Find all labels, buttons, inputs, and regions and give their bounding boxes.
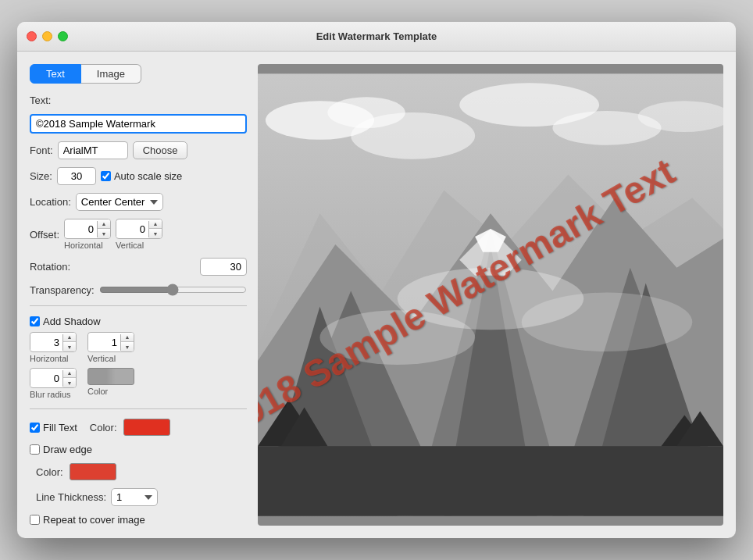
shadow-v-col: ▲ ▼ Vertical [87, 332, 134, 363]
repeat-row: Repeat to cover image [30, 514, 247, 526]
font-row: Font: Choose [30, 141, 247, 159]
blur-label: Blur radius [30, 390, 71, 399]
auto-scale-label: Auto scale size [101, 170, 182, 182]
transparency-label: Transparency: [30, 284, 95, 296]
offset-v-stepper: ▲ ▼ [116, 219, 162, 239]
blur-stepper: ▲ ▼ [30, 368, 77, 388]
line-thickness-select[interactable]: 1 2 3 [111, 488, 158, 506]
size-row: Size: Auto scale size [30, 167, 247, 185]
repeat-label: Repeat to cover image [30, 514, 145, 526]
rotation-row: Rotation: [30, 258, 247, 276]
location-row: Location: Center Center Top Left Top Rig… [30, 193, 247, 211]
shadow-v-up[interactable]: ▲ [121, 333, 134, 342]
shadow-v-down[interactable]: ▼ [121, 342, 134, 351]
blur-color-row: ▲ ▼ Blur radius Color [30, 368, 247, 399]
add-shadow-label: Add Shadow [30, 316, 247, 327]
window-content: Text Image Text: Font: Choose Size: [17, 52, 736, 538]
text-row: Text: [30, 95, 247, 106]
offset-h-col: ▲ ▼ Horizontal [64, 219, 111, 250]
shadow-h-stepper: ▲ ▼ [30, 332, 77, 352]
shadow-h-up[interactable]: ▲ [63, 333, 76, 342]
text-label: Text: [30, 95, 51, 106]
close-button[interactable] [27, 31, 37, 41]
svg-point-19 [522, 293, 693, 351]
fill-text-label: Fill Text [30, 422, 77, 433]
left-panel: Text Image Text: Font: Choose Size: [30, 64, 247, 526]
blur-arrows: ▲ ▼ [63, 369, 76, 387]
repeat-checkbox[interactable] [30, 515, 40, 525]
shadow-h-input[interactable] [30, 334, 63, 351]
fill-color-label: Color: [90, 422, 117, 433]
main-window: Edit Watermark Template Text Image Text:… [17, 22, 736, 538]
shadow-color-label: Color [87, 387, 108, 396]
shadow-h-arrows: ▲ ▼ [63, 333, 76, 351]
text-input[interactable] [30, 114, 247, 134]
rotation-label: Rotation: [30, 261, 70, 273]
offset-section: Offset: ▲ ▼ Horizontal [30, 219, 247, 250]
svg-point-3 [351, 112, 475, 159]
offset-v-input[interactable] [116, 221, 149, 237]
edge-color-swatch[interactable] [70, 463, 116, 480]
offset-h-label: Horizontal [64, 241, 103, 250]
svg-rect-20 [258, 446, 723, 515]
edge-color-label: Color: [36, 466, 63, 478]
shadow-v-input[interactable] [88, 334, 121, 351]
text-input-row [30, 114, 247, 134]
blur-input[interactable] [30, 370, 63, 387]
divider-1 [30, 305, 247, 306]
offset-label: Offset: [30, 229, 59, 241]
tab-bar: Text Image [30, 64, 247, 84]
preview-panel: ©2018 Sample Watermark Text [258, 64, 723, 526]
location-select[interactable]: Center Center Top Left Top Right Bottom … [76, 193, 163, 211]
blur-col: ▲ ▼ Blur radius [30, 368, 77, 399]
rotation-input[interactable] [200, 258, 247, 276]
offset-h-input[interactable] [65, 221, 98, 237]
font-input[interactable] [58, 141, 128, 159]
fill-text-row: Fill Text Color: [30, 419, 247, 436]
shadow-color-col: Color [87, 368, 134, 396]
transparency-row: Transparency: [30, 284, 247, 296]
transparency-slider[interactable] [99, 284, 247, 296]
offset-h-arrows: ▲ ▼ [98, 219, 110, 238]
shadow-h-label: Horizontal [30, 354, 69, 363]
edge-color-row: Color: [30, 463, 247, 480]
shadow-h-down[interactable]: ▼ [63, 342, 76, 351]
shadow-inputs-row: ▲ ▼ Horizontal ▲ ▼ [30, 332, 247, 363]
offset-h-down[interactable]: ▼ [98, 229, 110, 238]
shadow-h-col: ▲ ▼ Horizontal [30, 332, 77, 363]
add-shadow-checkbox[interactable] [30, 316, 40, 326]
divider-2 [30, 408, 247, 409]
font-label: Font: [30, 144, 53, 156]
offset-h-up[interactable]: ▲ [98, 219, 110, 229]
svg-point-18 [319, 310, 475, 365]
preview-image: ©2018 Sample Watermark Text [258, 64, 723, 526]
tab-image[interactable]: Image [81, 64, 141, 84]
shadow-section: Add Shadow ▲ ▼ Horizontal [30, 316, 247, 399]
auto-scale-checkbox[interactable] [101, 171, 111, 181]
offset-v-arrows: ▲ ▼ [149, 219, 162, 238]
shadow-v-stepper: ▲ ▼ [87, 332, 134, 352]
offset-v-down[interactable]: ▼ [149, 229, 162, 238]
draw-edge-row: Draw edge [30, 444, 247, 455]
minimize-button[interactable] [42, 31, 52, 41]
blur-down[interactable]: ▼ [63, 378, 76, 387]
line-thickness-row: Line Thickness: 1 2 3 [30, 488, 247, 506]
blur-up[interactable]: ▲ [63, 369, 76, 378]
maximize-button[interactable] [58, 31, 68, 41]
window-title: Edit Watermark Template [316, 30, 437, 42]
traffic-lights [27, 31, 68, 41]
draw-edge-checkbox[interactable] [30, 444, 40, 455]
shadow-v-arrows: ▲ ▼ [121, 333, 134, 351]
size-input[interactable] [57, 167, 96, 185]
offset-v-col: ▲ ▼ Vertical [116, 219, 162, 250]
line-thickness-label: Line Thickness: [36, 491, 106, 503]
shadow-color-swatch[interactable] [87, 368, 134, 385]
choose-button[interactable]: Choose [133, 141, 188, 159]
fill-text-checkbox[interactable] [30, 423, 40, 433]
offset-v-up[interactable]: ▲ [149, 219, 162, 229]
shadow-v-label: Vertical [87, 354, 116, 363]
offset-row: Offset: ▲ ▼ Horizontal [30, 219, 247, 250]
draw-edge-label: Draw edge [30, 444, 92, 455]
tab-text[interactable]: Text [30, 64, 81, 84]
fill-color-swatch[interactable] [123, 419, 170, 436]
